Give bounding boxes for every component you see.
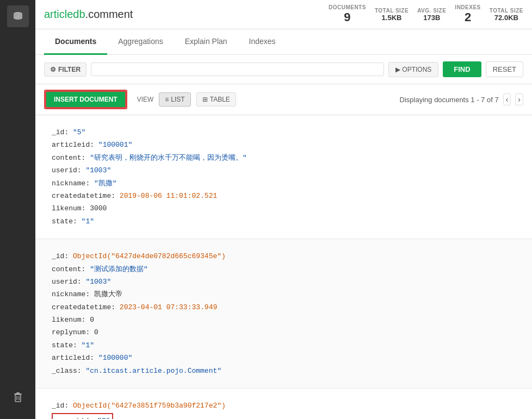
doc2-articleid-line: articleid: "100000" — [52, 352, 516, 364]
sidebar — [0, 0, 35, 419]
doc1-id-line: _id: "5" — [52, 126, 516, 139]
documents-label: DOCUMENTS — [329, 4, 366, 10]
view-label: VIEW — [137, 96, 154, 103]
doc1-articleid-line: articleid: "100001" — [52, 139, 516, 151]
document-card-2: _id: ObjectId("6427de4de0782d665c69345e"… — [35, 239, 532, 389]
table-view-button[interactable]: ⊞ TABLE — [196, 92, 236, 107]
doc1-createdatetime-line: createdatetime: 2019-08-06 11:01:02.521 — [52, 190, 516, 202]
filter-button[interactable]: ⚙ FILTER — [44, 62, 86, 77]
doc2-class-line: _class: "cn.itcast.article.pojo.Comment" — [52, 365, 516, 377]
options-button[interactable]: ▶ OPTIONS — [388, 62, 438, 77]
insert-doc-wrapper: INSERT DOCUMENT — [44, 90, 127, 109]
table-label: TABLE — [210, 96, 230, 103]
tabs-bar: Documents Aggregations Explain Plan Inde… — [35, 29, 532, 55]
options-label: ▶ OPTIONS — [395, 66, 431, 73]
total-size-stat1: TOTAL SIZE 1.5KB — [375, 8, 409, 22]
pagination-info: Displaying documents 1 - 7 of 7 ‹ › — [400, 93, 523, 105]
insert-document-label: INSERT DOCUMENT — [54, 96, 117, 103]
total-size-value2: 72.0KB — [490, 14, 523, 22]
sidebar-icon-db[interactable] — [7, 5, 29, 27]
svg-point-0 — [14, 12, 22, 15]
tab-explain-plan[interactable]: Explain Plan — [174, 29, 238, 55]
doc2-likenum-line: likenum: 0 — [52, 314, 516, 326]
document-card-1: _id: "5" articleid: "100001" content: "研… — [35, 115, 532, 239]
reset-label: RESET — [493, 65, 516, 73]
doc1-state-line: state: "1" — [52, 215, 516, 228]
tab-documents[interactable]: Documents — [44, 29, 107, 55]
total-size-stat2: TOTAL SIZE 72.0KB — [490, 8, 523, 22]
doc2-nickname-line: nickname: 凯撒大帝 — [52, 288, 516, 301]
svg-rect-3 — [15, 395, 21, 402]
insert-document-button[interactable]: INSERT DOCUMENT — [45, 91, 126, 108]
db-name: articledb — [44, 8, 85, 20]
filter-input[interactable] — [96, 65, 379, 73]
indexes-stat: INDEXES 2 — [455, 4, 480, 24]
total-size-label1: TOTAL SIZE — [375, 8, 409, 14]
header: articledb.comment DOCUMENTS 9 TOTAL SIZE… — [35, 0, 532, 29]
doc1-likenum-line: likenum: 3000 — [52, 202, 516, 215]
doc1-nickname-line: nickname: "凯撒" — [52, 177, 516, 190]
total-size-label2: TOTAL SIZE — [490, 8, 523, 14]
documents-area: _id: "5" articleid: "100001" content: "研… — [35, 115, 532, 419]
doc3-parentid-line: parentid: "3" — [52, 413, 113, 419]
doc2-state-line: state: "1" — [52, 339, 516, 352]
avg-size-value: 173B — [417, 14, 446, 22]
db-collection-title: articledb.comment — [44, 8, 133, 21]
doc2-content-line: content: "测试添加的数据" — [52, 263, 516, 276]
filter-search-bar — [91, 62, 384, 76]
indexes-label: INDEXES — [455, 4, 480, 10]
next-page-button[interactable]: › — [515, 93, 523, 105]
tab-indexes[interactable]: Indexes — [238, 29, 287, 55]
header-stats: DOCUMENTS 9 TOTAL SIZE 1.5KB AVG. SIZE 1… — [329, 4, 523, 24]
prev-page-button[interactable]: ‹ — [503, 93, 511, 105]
doc2-id-line: _id: ObjectId("6427de4de0782d665c69345e"… — [52, 250, 516, 262]
filter-icon: ⚙ — [50, 66, 56, 73]
list-view-button[interactable]: ≡ LIST — [159, 92, 190, 107]
collection-name: comment — [88, 8, 133, 20]
indexes-count: 2 — [455, 10, 480, 24]
trash-icon[interactable] — [7, 386, 29, 408]
doc2-createdatetime-line: createdatetime: 2023-04-01 07:33:33.949 — [52, 301, 516, 314]
reset-button[interactable]: RESET — [486, 61, 523, 77]
find-button[interactable]: FIND — [443, 61, 481, 77]
doc1-content-line: content: "研究表明，刚烧开的水千万不能喝，因为烫嘴。" — [52, 152, 516, 164]
doc1-userid-line: userid: "1003" — [52, 164, 516, 177]
doc2-userid-line: userid: "1003" — [52, 276, 516, 288]
main-content: articledb.comment DOCUMENTS 9 TOTAL SIZE… — [35, 0, 532, 419]
svg-rect-1 — [16, 392, 20, 393]
avg-size-stat: AVG. SIZE 173B — [417, 8, 446, 22]
total-size-value1: 1.5KB — [375, 14, 409, 22]
documents-count: 9 — [329, 10, 366, 24]
table-icon: ⊞ — [202, 96, 208, 103]
pagination-text: Displaying documents 1 - 7 of 7 — [400, 96, 499, 104]
list-icon: ≡ — [165, 96, 169, 103]
find-label: FIND — [454, 65, 470, 73]
action-bar: INSERT DOCUMENT VIEW ≡ LIST ⊞ TABLE Disp… — [35, 84, 532, 115]
filter-toolbar: ⚙ FILTER ▶ OPTIONS FIND RESET — [35, 55, 532, 84]
doc2-replynum-line: replynum: 0 — [52, 326, 516, 339]
list-label: LIST — [171, 96, 184, 103]
doc3-id-line: _id: ObjectId("6427e3851f759b3a90f217e2"… — [52, 399, 516, 412]
tab-aggregations[interactable]: Aggregations — [107, 29, 174, 55]
documents-stat: DOCUMENTS 9 — [329, 4, 366, 24]
document-card-3: _id: ObjectId("6427e3851f759b3a90f217e2"… — [35, 389, 532, 419]
filter-label: FILTER — [58, 66, 81, 73]
avg-size-label: AVG. SIZE — [417, 8, 446, 14]
